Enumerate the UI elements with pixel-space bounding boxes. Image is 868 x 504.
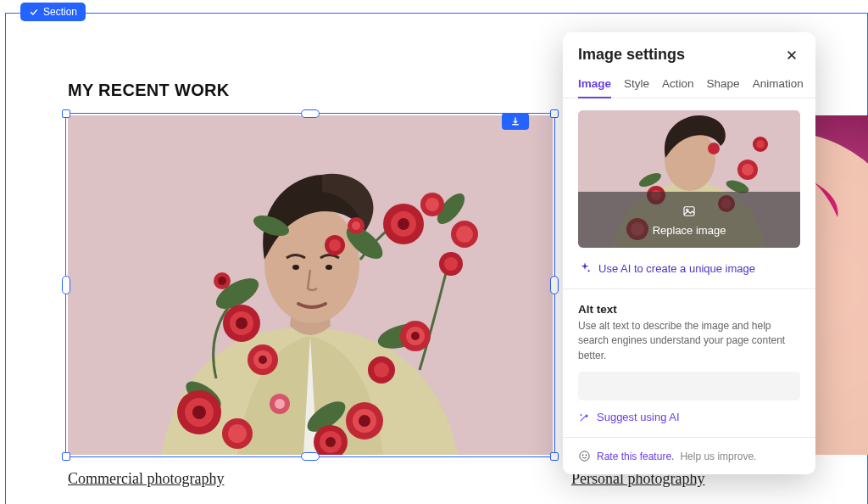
svg-point-63 xyxy=(756,140,765,148)
resize-handle-right[interactable] xyxy=(550,276,559,294)
svg-point-71 xyxy=(586,455,587,456)
svg-point-16 xyxy=(259,356,267,364)
svg-point-25 xyxy=(275,399,285,409)
svg-point-61 xyxy=(742,164,754,176)
check-icon xyxy=(29,7,39,17)
svg-point-21 xyxy=(192,406,206,419)
close-icon xyxy=(786,49,798,61)
image-icon xyxy=(682,204,697,219)
rate-help-text: Help us improve. xyxy=(680,451,756,462)
tab-style[interactable]: Style xyxy=(624,72,649,98)
alt-text-input[interactable] xyxy=(578,372,800,400)
close-button[interactable] xyxy=(783,47,800,64)
resize-handle-bottom[interactable] xyxy=(301,452,320,461)
replace-image-label: Replace image xyxy=(653,224,726,237)
svg-point-31 xyxy=(359,415,370,427)
svg-point-3 xyxy=(326,265,332,270)
panel-title: Image settings xyxy=(578,46,685,64)
rate-feature-row: Rate this feature. Help us improve. xyxy=(578,450,800,462)
replace-image-button[interactable]: Replace image xyxy=(578,192,800,248)
tab-shape[interactable]: Shape xyxy=(707,72,740,98)
divider xyxy=(563,288,815,289)
svg-point-40 xyxy=(456,226,473,243)
svg-point-70 xyxy=(582,455,583,456)
section-badge[interactable]: Section xyxy=(20,3,86,21)
alt-text-heading: Alt text xyxy=(578,303,800,316)
image-settings-panel: Image settings Image Style Action Shape … xyxy=(563,32,815,474)
rate-feature-link[interactable]: Rate this feature. xyxy=(597,451,674,462)
svg-point-18 xyxy=(218,277,226,285)
smile-icon xyxy=(578,450,591,462)
gallery-card[interactable]: Commercial photography xyxy=(68,115,553,488)
svg-point-42 xyxy=(329,239,341,251)
card-caption[interactable]: Commercial photography xyxy=(68,470,553,488)
panel-header: Image settings xyxy=(563,32,815,72)
tab-action[interactable]: Action xyxy=(662,72,694,98)
tab-image[interactable]: Image xyxy=(578,72,611,98)
image-preview[interactable]: Replace image xyxy=(578,110,800,248)
resize-handle-tl[interactable] xyxy=(62,109,70,118)
svg-point-49 xyxy=(426,198,439,211)
gallery-image[interactable] xyxy=(68,115,553,455)
resize-handle-br[interactable] xyxy=(550,452,559,461)
alt-text-description: Use alt text to describe the image and h… xyxy=(578,319,800,363)
suggest-ai-link[interactable]: Suggest using AI xyxy=(578,411,800,423)
panel-tabs: Image Style Action Shape Animation xyxy=(563,72,815,98)
tab-animation[interactable]: Animation xyxy=(753,72,804,98)
divider xyxy=(563,437,815,438)
svg-point-23 xyxy=(228,424,247,443)
sparkle-icon xyxy=(578,261,592,275)
ai-create-link[interactable]: Use AI to create a unique image xyxy=(578,261,800,275)
svg-point-36 xyxy=(411,332,420,340)
panel-body: Replace image Use AI to create a unique … xyxy=(563,98,815,462)
wand-icon xyxy=(578,412,590,423)
svg-point-38 xyxy=(444,257,458,271)
section-badge-label: Section xyxy=(43,6,77,18)
svg-point-47 xyxy=(398,218,409,230)
svg-point-44 xyxy=(352,221,360,230)
resize-handle-left[interactable] xyxy=(62,276,70,294)
suggest-ai-label: Suggest using AI xyxy=(597,411,680,423)
ai-create-label: Use AI to create a unique image xyxy=(598,262,755,275)
svg-point-69 xyxy=(580,451,589,461)
svg-point-64 xyxy=(708,143,720,154)
svg-point-33 xyxy=(374,362,389,378)
resize-handle-top[interactable] xyxy=(301,109,320,118)
svg-point-13 xyxy=(236,317,248,329)
resize-handle-tr[interactable] xyxy=(550,109,559,118)
svg-point-28 xyxy=(326,437,336,447)
svg-point-2 xyxy=(292,265,299,270)
resize-handle-bl[interactable] xyxy=(62,452,70,461)
